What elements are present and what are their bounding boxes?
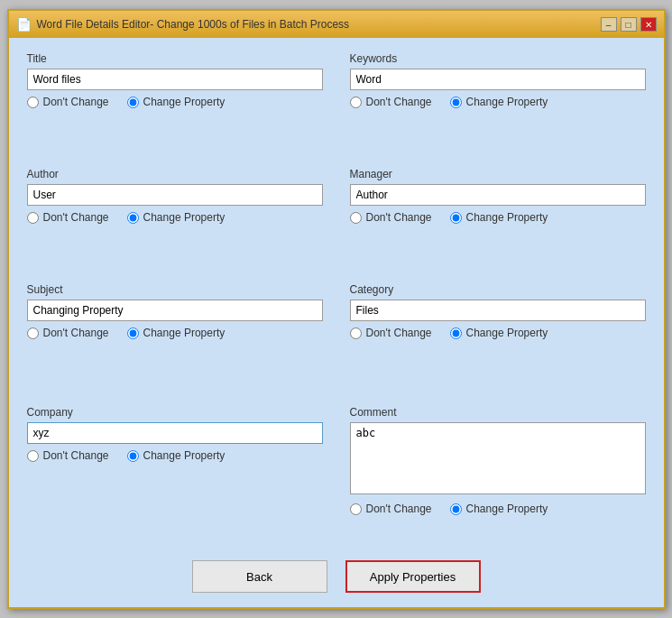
manager-dont-change-option[interactable]: Don't Change — [350, 211, 432, 224]
keywords-dont-change-radio[interactable] — [350, 97, 362, 108]
close-button[interactable]: ✕ — [640, 17, 657, 32]
keywords-change-option[interactable]: Change Property — [450, 96, 548, 108]
company-group: Company Don't Change Change Property — [27, 406, 323, 515]
keywords-change-radio[interactable] — [450, 97, 462, 108]
author-change-option[interactable]: Change Property — [127, 211, 226, 224]
title-change-label: Change Property — [143, 96, 226, 108]
title-change-radio[interactable] — [127, 97, 139, 108]
subject-group: Subject Don't Change Change Property — [27, 283, 323, 383]
comment-change-label: Change Property — [466, 503, 548, 515]
keywords-change-label: Change Property — [466, 96, 548, 108]
category-dont-change-label: Don't Change — [366, 327, 432, 339]
minimize-button[interactable]: – — [601, 17, 617, 32]
keywords-label: Keywords — [350, 52, 646, 65]
manager-dont-change-label: Don't Change — [366, 211, 432, 224]
category-group: Category Don't Change Change Property — [350, 283, 646, 383]
app-icon: 📄 — [16, 17, 32, 32]
keywords-dont-change-option[interactable]: Don't Change — [350, 96, 432, 108]
title-dont-change-radio[interactable] — [27, 97, 39, 108]
title-change-option[interactable]: Change Property — [127, 96, 226, 108]
subject-radio-row: Don't Change Change Property — [27, 327, 323, 339]
comment-radio-row: Don't Change Change Property — [350, 503, 646, 515]
keywords-radio-row: Don't Change Change Property — [350, 96, 646, 108]
category-change-radio[interactable] — [450, 327, 462, 339]
manager-change-radio[interactable] — [450, 212, 462, 224]
company-radio-row: Don't Change Change Property — [27, 449, 323, 462]
category-change-option[interactable]: Change Property — [450, 327, 548, 339]
title-radio-row: Don't Change Change Property — [27, 96, 323, 108]
comment-label: Comment — [350, 406, 646, 419]
category-dont-change-option[interactable]: Don't Change — [350, 327, 432, 339]
keywords-dont-change-label: Don't Change — [366, 96, 432, 108]
category-change-label: Change Property — [466, 327, 548, 339]
title-bar-left: 📄 Word File Details Editor- Change 1000s… — [16, 17, 350, 32]
company-input[interactable] — [27, 422, 323, 444]
comment-change-radio[interactable] — [450, 503, 462, 515]
company-dont-change-option[interactable]: Don't Change — [27, 449, 109, 462]
fields-grid: Title Don't Change Change Property Keywo… — [27, 52, 646, 399]
author-change-label: Change Property — [143, 211, 226, 224]
title-input[interactable] — [27, 69, 323, 90]
footer: Back Apply Properties — [9, 546, 664, 607]
subject-change-label: Change Property — [143, 327, 226, 339]
company-label: Company — [27, 406, 323, 419]
subject-label: Subject — [27, 283, 323, 296]
comment-dont-change-option[interactable]: Don't Change — [350, 503, 432, 515]
title-dont-change-label: Don't Change — [43, 96, 109, 108]
company-change-option[interactable]: Change Property — [127, 449, 226, 462]
bottom-section: Company Don't Change Change Property Com… — [27, 406, 646, 531]
company-dont-change-radio[interactable] — [27, 450, 39, 462]
manager-label: Manager — [350, 168, 646, 180]
title-label: Title — [27, 52, 323, 65]
comment-dont-change-label: Don't Change — [366, 503, 432, 515]
window-title: Word File Details Editor- Change 1000s o… — [37, 18, 350, 31]
title-dont-change-option[interactable]: Don't Change — [27, 96, 109, 108]
manager-input[interactable] — [350, 184, 646, 206]
comment-dont-change-radio[interactable] — [350, 503, 362, 515]
author-change-radio[interactable] — [127, 212, 139, 224]
title-bar-buttons: – □ ✕ — [601, 17, 657, 32]
category-input[interactable] — [350, 300, 646, 321]
apply-properties-button[interactable]: Apply Properties — [345, 560, 481, 593]
author-dont-change-option[interactable]: Don't Change — [27, 211, 109, 224]
author-radio-row: Don't Change Change Property — [27, 211, 323, 224]
subject-change-radio[interactable] — [127, 327, 139, 339]
comment-group: Comment abc Don't Change Change Property — [350, 406, 646, 515]
title-bar: 📄 Word File Details Editor- Change 1000s… — [9, 11, 664, 38]
manager-change-option[interactable]: Change Property — [450, 211, 548, 224]
comment-change-option[interactable]: Change Property — [450, 503, 548, 515]
subject-change-option[interactable]: Change Property — [127, 327, 226, 339]
author-dont-change-radio[interactable] — [27, 212, 39, 224]
author-dont-change-label: Don't Change — [43, 211, 109, 224]
subject-dont-change-radio[interactable] — [27, 327, 39, 339]
comment-textarea[interactable]: abc — [350, 422, 646, 494]
category-radio-row: Don't Change Change Property — [350, 327, 646, 339]
category-dont-change-radio[interactable] — [350, 327, 362, 339]
author-label: Author — [27, 168, 323, 180]
manager-group: Manager Don't Change Change Property — [350, 168, 646, 267]
manager-radio-row: Don't Change Change Property — [350, 211, 646, 224]
category-label: Category — [350, 283, 646, 296]
author-group: Author Don't Change Change Property — [27, 168, 323, 267]
company-change-label: Change Property — [143, 449, 226, 462]
company-dont-change-label: Don't Change — [43, 449, 109, 462]
author-input[interactable] — [27, 184, 323, 206]
keywords-group: Keywords Don't Change Change Property — [350, 52, 646, 152]
subject-dont-change-label: Don't Change — [43, 327, 109, 339]
restore-button[interactable]: □ — [621, 17, 637, 32]
manager-dont-change-radio[interactable] — [350, 212, 362, 224]
subject-input[interactable] — [27, 300, 323, 321]
keywords-input[interactable] — [350, 69, 646, 90]
main-window: 📄 Word File Details Editor- Change 1000s… — [7, 9, 666, 609]
title-group: Title Don't Change Change Property — [27, 52, 323, 152]
subject-dont-change-option[interactable]: Don't Change — [27, 327, 109, 339]
company-change-radio[interactable] — [127, 450, 139, 462]
manager-change-label: Change Property — [466, 211, 548, 224]
back-button[interactable]: Back — [192, 560, 327, 593]
content-area: Title Don't Change Change Property Keywo… — [9, 38, 664, 546]
